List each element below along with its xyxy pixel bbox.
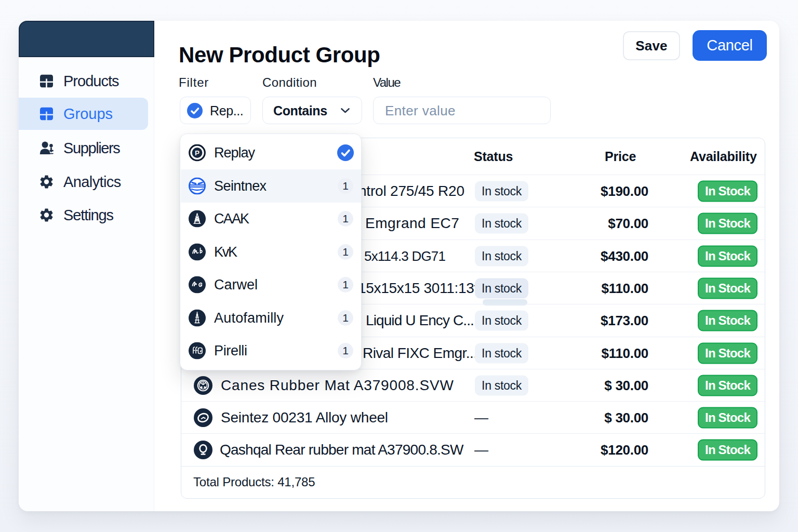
svg-text:P: P [195,150,200,157]
